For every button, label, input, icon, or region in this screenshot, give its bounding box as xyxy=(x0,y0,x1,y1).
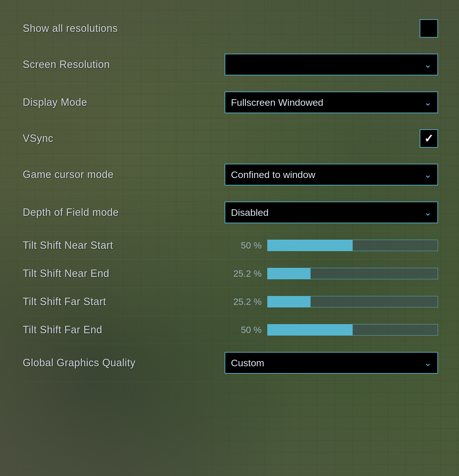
slider-value-tilt-shift-far-end: 50 % xyxy=(233,325,262,335)
settings-panel: Show all resolutionsScreen Resolution⌄Di… xyxy=(11,6,449,388)
label-game-cursor-mode: Game cursor mode xyxy=(23,169,159,181)
control-game-cursor-mode[interactable]: Confined to window⌄ xyxy=(225,164,438,185)
label-tilt-shift-far-end: Tilt Shift Far End xyxy=(23,324,159,336)
control-global-graphics-quality[interactable]: Custom⌄ xyxy=(225,352,438,374)
control-depth-of-field[interactable]: Disabled⌄ xyxy=(225,202,438,223)
label-depth-of-field: Depth of Field mode xyxy=(23,206,159,218)
dropdown-text-depth-of-field: Disabled xyxy=(231,207,268,218)
setting-row-display-mode: Display ModeFullscreen Windowed⌄ xyxy=(23,84,438,121)
dropdown-screen-resolution[interactable]: ⌄ xyxy=(225,54,438,75)
slider-group-tilt-shift-near-end: 25.2 % xyxy=(233,268,438,279)
setting-row-vsync: VSync xyxy=(23,121,438,156)
slider-group-tilt-shift-far-start: 25.2 % xyxy=(233,296,438,307)
control-display-mode[interactable]: Fullscreen Windowed⌄ xyxy=(225,92,438,113)
label-screen-resolution: Screen Resolution xyxy=(23,59,159,71)
dropdown-arrow-display-mode: ⌄ xyxy=(424,97,432,108)
dropdown-depth-of-field[interactable]: Disabled⌄ xyxy=(225,202,438,223)
control-show-all-resolutions[interactable] xyxy=(420,19,438,38)
setting-row-global-graphics-quality: Global Graphics QualityCustom⌄ xyxy=(23,344,438,382)
setting-row-screen-resolution: Screen Resolution⌄ xyxy=(23,46,438,84)
slider-value-tilt-shift-near-start: 50 % xyxy=(233,240,262,251)
label-tilt-shift-near-end: Tilt Shift Near End xyxy=(23,268,159,280)
slider-fill-tilt-shift-far-end xyxy=(268,324,353,335)
slider-group-tilt-shift-far-end: 50 % xyxy=(233,324,438,336)
checkbox-show-all-resolutions[interactable] xyxy=(420,19,438,38)
dropdown-arrow-depth-of-field: ⌄ xyxy=(424,207,432,218)
setting-row-tilt-shift-far-end: Tilt Shift Far End50 % xyxy=(23,316,438,344)
dropdown-text-game-cursor-mode: Confined to window xyxy=(231,169,315,180)
label-global-graphics-quality: Global Graphics Quality xyxy=(23,357,159,369)
slider-track-tilt-shift-near-end[interactable] xyxy=(267,268,438,279)
slider-group-tilt-shift-near-start: 50 % xyxy=(233,240,438,251)
slider-track-tilt-shift-near-start[interactable] xyxy=(267,240,438,251)
label-tilt-shift-near-start: Tilt Shift Near Start xyxy=(23,239,159,251)
control-screen-resolution[interactable]: ⌄ xyxy=(225,54,438,75)
slider-fill-tilt-shift-near-start xyxy=(268,240,353,251)
slider-fill-tilt-shift-near-end xyxy=(268,268,311,279)
control-vsync[interactable] xyxy=(420,129,438,148)
setting-row-tilt-shift-near-end: Tilt Shift Near End25.2 % xyxy=(23,260,438,288)
label-tilt-shift-far-start: Tilt Shift Far Start xyxy=(23,296,159,308)
slider-value-tilt-shift-far-start: 25.2 % xyxy=(233,297,262,307)
label-display-mode: Display Mode xyxy=(23,96,159,108)
slider-fill-tilt-shift-far-start xyxy=(268,296,311,307)
label-vsync: VSync xyxy=(23,133,159,144)
setting-row-depth-of-field: Depth of Field modeDisabled⌄ xyxy=(23,194,438,231)
dropdown-game-cursor-mode[interactable]: Confined to window⌄ xyxy=(225,164,438,185)
slider-track-tilt-shift-far-start[interactable] xyxy=(267,296,438,307)
dropdown-display-mode[interactable]: Fullscreen Windowed⌄ xyxy=(225,92,438,113)
dropdown-arrow-global-graphics-quality: ⌄ xyxy=(424,357,432,368)
dropdown-global-graphics-quality[interactable]: Custom⌄ xyxy=(225,352,438,374)
setting-row-tilt-shift-far-start: Tilt Shift Far Start25.2 % xyxy=(23,288,438,316)
control-tilt-shift-near-end[interactable]: 25.2 % xyxy=(233,268,438,279)
dropdown-text-display-mode: Fullscreen Windowed xyxy=(231,97,323,108)
setting-row-show-all-resolutions: Show all resolutions xyxy=(23,11,438,46)
control-tilt-shift-near-start[interactable]: 50 % xyxy=(233,240,438,251)
label-show-all-resolutions: Show all resolutions xyxy=(23,22,159,34)
setting-row-tilt-shift-near-start: Tilt Shift Near Start50 % xyxy=(23,231,438,260)
setting-row-game-cursor-mode: Game cursor modeConfined to window⌄ xyxy=(23,156,438,194)
checkbox-vsync[interactable] xyxy=(420,129,438,148)
dropdown-arrow-screen-resolution: ⌄ xyxy=(424,59,432,70)
control-tilt-shift-far-end[interactable]: 50 % xyxy=(233,324,438,336)
dropdown-text-global-graphics-quality: Custom xyxy=(231,357,264,369)
control-tilt-shift-far-start[interactable]: 25.2 % xyxy=(233,296,438,307)
dropdown-arrow-game-cursor-mode: ⌄ xyxy=(424,169,432,180)
slider-track-tilt-shift-far-end[interactable] xyxy=(267,324,438,336)
slider-value-tilt-shift-near-end: 25.2 % xyxy=(233,268,262,279)
